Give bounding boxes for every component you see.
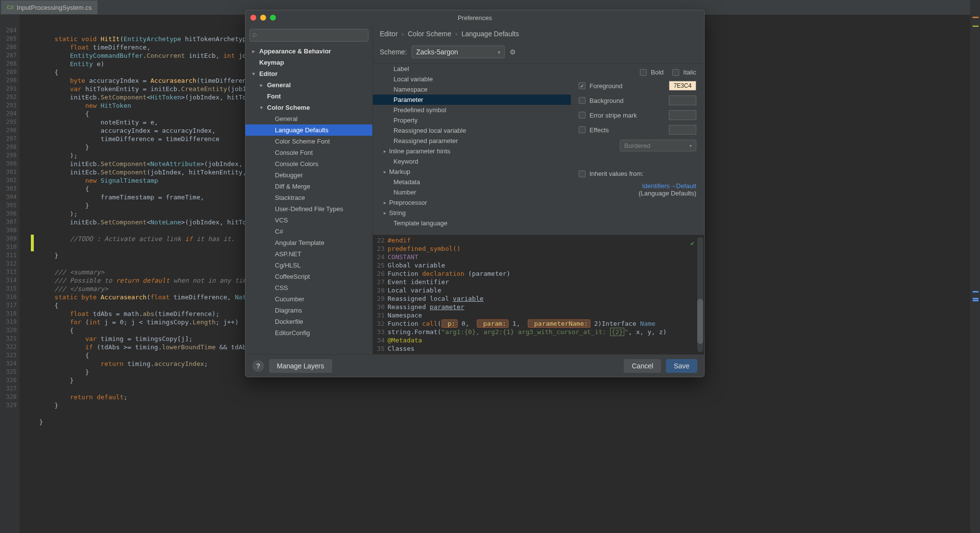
sidebar-item-label: Stacktrace	[275, 194, 305, 201]
sidebar-item[interactable]: Console Font	[245, 147, 372, 158]
dialog-title: Preferences	[458, 14, 492, 22]
background-swatch[interactable]	[669, 96, 696, 105]
error-stripe-label: Error stripe mark	[589, 112, 637, 119]
sidebar-item-label: EditorConfig	[275, 329, 310, 337]
attribute-item[interactable]: Metadata	[373, 177, 571, 187]
effects-checkbox[interactable]	[579, 126, 586, 133]
file-tab[interactable]: C# InputProcessingSystem.cs	[1, 0, 98, 14]
attribute-item[interactable]: Reassigned local variable	[373, 125, 571, 136]
sidebar-item[interactable]: Dockerfile	[245, 316, 372, 327]
sidebar-item[interactable]: ▾Editor	[245, 68, 372, 79]
attribute-item[interactable]: String	[373, 208, 571, 218]
sidebar-item[interactable]: User-Defined File Types	[245, 203, 372, 215]
inherit-link[interactable]: Identifiers→Default	[579, 182, 696, 190]
search-wrap	[245, 25, 372, 46]
sidebar-item[interactable]: Stacktrace	[245, 192, 372, 203]
sidebar-item-label: Console Font	[275, 149, 313, 156]
preview-code[interactable]: #endif predefined_symbol() CONSTANT Glob…	[388, 236, 695, 353]
tab-filename: InputProcessingSystem.cs	[17, 4, 92, 11]
sidebar-item[interactable]: ASP.NET	[245, 248, 372, 260]
attribute-item[interactable]: Property	[373, 115, 571, 125]
scheme-value: Zacks-5argon	[416, 48, 458, 56]
attribute-item[interactable]: Keyword	[373, 156, 571, 167]
attribute-item[interactable]: Namespace	[373, 84, 571, 95]
sidebar-item[interactable]: Keymap	[245, 57, 372, 68]
cancel-button[interactable]: Cancel	[624, 359, 661, 373]
preview-scrollbar-thumb[interactable]	[697, 299, 703, 344]
sidebar-item[interactable]: Language Defaults	[245, 124, 372, 136]
sidebar-item[interactable]: Cucumber	[245, 293, 372, 305]
effects-swatch[interactable]	[669, 125, 696, 135]
preferences-content: Editor › Color Scheme › Language Default…	[373, 25, 704, 354]
crumb[interactable]: Color Scheme	[408, 30, 451, 38]
sidebar-item[interactable]: Diff & Merge	[245, 181, 372, 192]
sidebar-item[interactable]: Console Colors	[245, 158, 372, 170]
attribute-item[interactable]: Markup	[373, 167, 571, 177]
effects-type-select[interactable]: Bordered ▾	[620, 140, 696, 151]
attribute-item[interactable]: Inline parameter hints	[373, 146, 571, 156]
sidebar-item-label: Cucumber	[275, 295, 304, 303]
sidebar-item[interactable]: VCS	[245, 215, 372, 226]
attribute-item[interactable]: Label	[373, 64, 571, 74]
sidebar-item[interactable]: ▾Color Scheme	[245, 102, 372, 113]
sidebar-item[interactable]: EditorConfig	[245, 327, 372, 339]
sidebar-item[interactable]: Angular Template	[245, 237, 372, 248]
close-icon[interactable]	[250, 15, 256, 21]
scheme-select[interactable]: Zacks-5argon ▾	[412, 46, 505, 58]
attribute-item[interactable]: Parameter	[373, 95, 571, 105]
background-checkbox[interactable]	[579, 97, 586, 104]
sidebar-item-label: ASP.NET	[275, 250, 301, 258]
sidebar-item[interactable]: Cg/HLSL	[245, 260, 372, 271]
breadcrumb: Editor › Color Scheme › Language Default…	[373, 25, 704, 43]
background-label: Background	[589, 97, 623, 104]
sidebar-item[interactable]: Color Scheme Font	[245, 136, 372, 147]
dialog-titlebar[interactable]: Preferences	[245, 10, 704, 25]
italic-checkbox[interactable]	[672, 69, 679, 76]
effects-type-value: Bordered	[624, 142, 650, 149]
sidebar-item[interactable]: ▸Appearance & Behavior	[245, 46, 372, 57]
bold-checkbox[interactable]	[640, 69, 647, 76]
inherit-checkbox[interactable]	[579, 170, 586, 177]
sidebar-item[interactable]: General	[245, 113, 372, 124]
sidebar-item-label: Language Defaults	[275, 126, 328, 134]
sidebar-item[interactable]: Font	[245, 91, 372, 102]
attribute-item[interactable]: Reassigned parameter	[373, 136, 571, 146]
right-overview-strip	[970, 0, 980, 533]
minimize-icon[interactable]	[260, 15, 266, 21]
sidebar-item-label: Diff & Merge	[275, 183, 310, 190]
attribute-item[interactable]: Preprocessor	[373, 197, 571, 208]
sidebar-tree: ▸Appearance & BehaviorKeymap▾Editor▸Gene…	[245, 46, 372, 354]
foreground-checkbox[interactable]	[579, 82, 586, 89]
sidebar-item[interactable]: CSS	[245, 282, 372, 293]
preferences-sidebar: ▸Appearance & BehaviorKeymap▾Editor▸Gene…	[245, 25, 373, 354]
sidebar-item-label: Font	[267, 93, 281, 100]
attribute-item[interactable]: Local variable	[373, 74, 571, 84]
foreground-label: Foreground	[589, 82, 622, 90]
sidebar-item[interactable]: ▸General	[245, 79, 372, 91]
gear-icon[interactable]: ⚙	[510, 48, 516, 56]
sidebar-item[interactable]: C#	[245, 226, 372, 237]
save-button[interactable]: Save	[666, 359, 697, 373]
chevron-right-icon: ›	[455, 30, 458, 38]
attribute-item[interactable]: Number	[373, 187, 571, 197]
sidebar-item-label: VCS	[275, 217, 288, 224]
sidebar-item-label: Angular Template	[275, 239, 324, 246]
zoom-icon[interactable]	[270, 15, 276, 21]
sidebar-item[interactable]: Debugger	[245, 170, 372, 181]
search-input[interactable]	[249, 29, 368, 42]
help-button[interactable]: ?	[252, 360, 264, 372]
scheme-row: Scheme: Zacks-5argon ▾ ⚙	[373, 43, 704, 63]
foreground-swatch[interactable]: 7E3C4	[669, 81, 696, 91]
manage-layers-button[interactable]: Manage Layers	[269, 359, 332, 373]
sidebar-item[interactable]: Diagrams	[245, 305, 372, 316]
crumb[interactable]: Editor	[380, 30, 398, 38]
sidebar-item-label: Console Colors	[275, 160, 318, 168]
sidebar-item[interactable]: CoffeeScript	[245, 271, 372, 282]
sidebar-item-label: General	[267, 81, 291, 89]
error-stripe-swatch[interactable]	[669, 110, 696, 120]
sidebar-item-label: Color Scheme Font	[275, 138, 330, 145]
csharp-badge-icon: C#	[7, 4, 14, 10]
attribute-item[interactable]: Template language	[373, 218, 571, 228]
attribute-item[interactable]: Predefined symbol	[373, 105, 571, 115]
error-stripe-checkbox[interactable]	[579, 112, 586, 119]
